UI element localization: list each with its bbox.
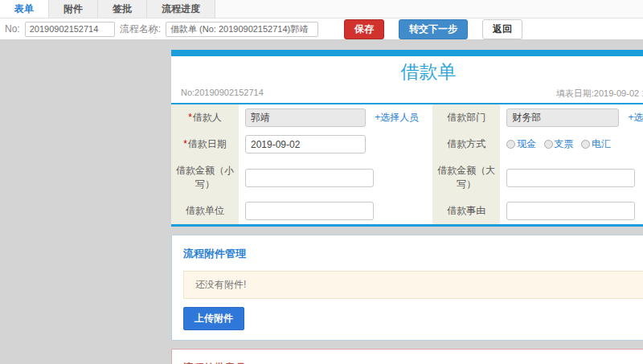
radio-circle-icon[interactable] (544, 140, 553, 149)
no-attachments-message: 还没有附件! (183, 271, 643, 299)
header: 表单 附件 签批 流程进度 No: 流程名称: 保存 转交下一步 返回 (0, 0, 643, 40)
department-label: 借款部门 (447, 112, 485, 123)
flow-name-input[interactable] (166, 22, 318, 37)
table-row: 借款金额（小写） 借款金额（大写） (171, 157, 643, 198)
table-row: 借款单位 借款事由 (171, 198, 643, 224)
radio-cheque[interactable]: 支票 (544, 137, 574, 151)
radio-circle-icon[interactable] (506, 140, 515, 149)
borrower-label: 借款人 (193, 112, 222, 123)
flow-name-label: 流程名称: (120, 22, 161, 36)
radio-circle-icon[interactable] (581, 140, 590, 149)
toolbar: No: 流程名称: 保存 转交下一步 返回 (0, 18, 643, 39)
loan-reason-input[interactable] (506, 202, 635, 220)
date-label: 借款日期 (188, 138, 227, 149)
select-department-link[interactable]: +选择部门 (629, 112, 643, 123)
approval-title: 流程签批意见 (183, 361, 643, 364)
fill-date-text: 填表日期:2019-09-02 15:27:14 (556, 88, 643, 100)
amount-big-input[interactable] (506, 169, 635, 187)
form-no-text: No:20190902152714 (181, 88, 264, 100)
department-input[interactable] (506, 108, 619, 127)
radio-wire[interactable]: 电汇 (581, 137, 611, 151)
no-label: No: (5, 23, 20, 35)
tab-attachment[interactable]: 附件 (49, 0, 98, 18)
tab-bar: 表单 附件 签批 流程进度 (0, 0, 643, 18)
form-meta-row: No:20190902152714 填表日期:2019-09-02 15:27:… (171, 85, 643, 104)
tab-progress[interactable]: 流程进度 (147, 0, 215, 18)
table-row: *借款日期 借款方式 现金 支票 电汇 (171, 131, 643, 157)
page-title: 借款单 (171, 56, 643, 85)
approval-panel: 流程签批意见 B I abc (171, 349, 643, 364)
borrower-input[interactable] (245, 108, 366, 127)
save-button[interactable]: 保存 (344, 19, 384, 39)
panel-top-bar (171, 50, 643, 56)
document-area: 借款单 No:20190902152714 填表日期:2019-09-02 15… (171, 50, 643, 364)
loan-form-panel: 借款单 No:20190902152714 填表日期:2019-09-02 15… (171, 50, 643, 227)
select-person-link[interactable]: +选择人员 (375, 112, 419, 123)
back-button[interactable]: 返回 (482, 19, 522, 39)
radio-cash[interactable]: 现金 (506, 137, 536, 151)
method-label: 借款方式 (447, 138, 485, 149)
table-row: *借款人 +选择人员 借款部门 +选择部门 (171, 104, 643, 131)
tab-form[interactable]: 表单 (0, 0, 49, 18)
required-mark: * (183, 138, 187, 149)
tab-approval[interactable]: 签批 (98, 0, 147, 18)
next-step-button[interactable]: 转交下一步 (399, 19, 468, 39)
loan-unit-input[interactable] (245, 202, 374, 220)
attachments-panel: 流程附件管理 还没有附件! 上传附件 (171, 235, 643, 341)
unit-label: 借款单位 (186, 205, 224, 216)
required-mark: * (188, 112, 192, 123)
attachments-title: 流程附件管理 (183, 247, 643, 261)
amount-small-input[interactable] (245, 169, 374, 187)
loan-date-input[interactable] (245, 135, 366, 153)
upload-attachment-button[interactable]: 上传附件 (183, 307, 244, 330)
amount-small-label: 借款金额（小写） (176, 165, 234, 190)
reason-label: 借款事由 (447, 205, 485, 216)
loan-form-table: *借款人 +选择人员 借款部门 +选择部门 *借款日期 借款方式 现金 (171, 104, 643, 224)
amount-big-label: 借款金额（大写） (437, 165, 495, 190)
no-input[interactable] (25, 22, 115, 37)
